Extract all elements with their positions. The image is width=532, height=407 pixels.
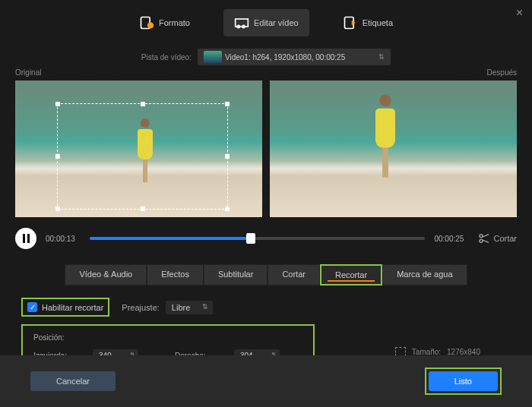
crop-handle[interactable] <box>225 154 230 159</box>
crop-handle[interactable] <box>225 207 230 211</box>
svg-point-3 <box>236 25 240 29</box>
check-icon: ✓ <box>27 302 37 312</box>
preview-row: Original Después <box>0 80 532 217</box>
pause-icon <box>23 234 30 243</box>
preview-after <box>270 80 517 217</box>
track-thumb-icon <box>204 51 222 63</box>
seek-knob[interactable] <box>246 233 255 244</box>
label-after: Después <box>487 68 517 77</box>
crop-handle[interactable] <box>225 102 230 106</box>
tab-tag[interactable]: Etiqueta <box>332 9 404 36</box>
svg-point-4 <box>242 25 245 29</box>
cut-button[interactable]: Cortar <box>478 232 517 245</box>
crop-handle[interactable] <box>55 154 60 159</box>
enable-crop-checkbox[interactable]: ✓ Habilitar recortar <box>21 298 109 317</box>
tab-tag-label: Etiqueta <box>363 18 393 27</box>
size-label: Tamaño: <box>412 348 441 356</box>
ok-wrap: Listo <box>425 368 502 395</box>
svg-point-7 <box>480 239 483 242</box>
tab-watermark[interactable]: Marca de agua <box>382 264 467 286</box>
size-value: 1276x840 <box>447 348 480 356</box>
crop-handle[interactable] <box>141 102 145 106</box>
crop-handle[interactable] <box>141 207 145 211</box>
scissors-icon <box>478 232 490 245</box>
preset-row: Preajuste: Libre <box>122 301 213 314</box>
enable-crop-label: Habilitar recortar <box>42 303 103 312</box>
track-value: Video1: h264, 1920x1080, 00:00:25 <box>225 53 345 62</box>
time-current: 00:00:13 <box>46 235 81 243</box>
crop-handle[interactable] <box>55 102 60 106</box>
edit-tabs: Vídeo & Audio Efectos Subtitular Cortar … <box>0 260 532 290</box>
tab-effects[interactable]: Efectos <box>147 264 204 286</box>
crop-box[interactable] <box>57 103 228 210</box>
top-tabs: Formato Editar vídeo Etiqueta × <box>0 0 532 46</box>
edit-video-icon <box>234 15 249 30</box>
preset-dropdown[interactable]: Libre <box>166 301 213 314</box>
preview-original[interactable] <box>15 80 262 217</box>
crop-handle[interactable] <box>55 207 60 211</box>
tab-format-label: Formato <box>159 18 190 27</box>
chevron-down-icon: ⇅ <box>378 53 385 61</box>
tab-crop[interactable]: Recortar <box>320 264 382 286</box>
player-controls: 00:00:13 00:00:25 Cortar <box>0 217 532 260</box>
seek-slider[interactable] <box>90 237 425 240</box>
time-total: 00:00:25 <box>434 235 469 243</box>
tab-edit-video-label: Editar vídeo <box>254 18 299 27</box>
tab-subtitle[interactable]: Subtitular <box>204 264 268 286</box>
tag-icon <box>343 15 358 30</box>
svg-point-6 <box>480 235 483 238</box>
footer: Cancelar Listo <box>0 355 532 407</box>
preset-label: Preajuste: <box>122 303 160 312</box>
pause-button[interactable] <box>15 228 36 249</box>
tab-edit-video[interactable]: Editar vídeo <box>223 9 309 36</box>
format-icon <box>139 15 154 30</box>
label-original: Original <box>15 68 41 77</box>
cut-label: Cortar <box>493 234 517 243</box>
tab-cut[interactable]: Cortar <box>268 264 320 286</box>
track-selector-bar: Pista de vídeo: Video1: h264, 1920x1080,… <box>0 46 532 68</box>
ok-button[interactable]: Listo <box>429 371 498 391</box>
track-label: Pista de vídeo: <box>141 53 192 62</box>
track-dropdown[interactable]: Video1: h264, 1920x1080, 00:00:25 ⇅ <box>198 49 391 65</box>
close-icon[interactable]: × <box>516 6 523 20</box>
tab-video-audio[interactable]: Vídeo & Audio <box>65 264 147 286</box>
cancel-button[interactable]: Cancelar <box>30 371 116 391</box>
tab-format[interactable]: Formato <box>128 9 201 36</box>
svg-point-1 <box>147 22 154 28</box>
position-label: Posición: <box>33 333 302 342</box>
